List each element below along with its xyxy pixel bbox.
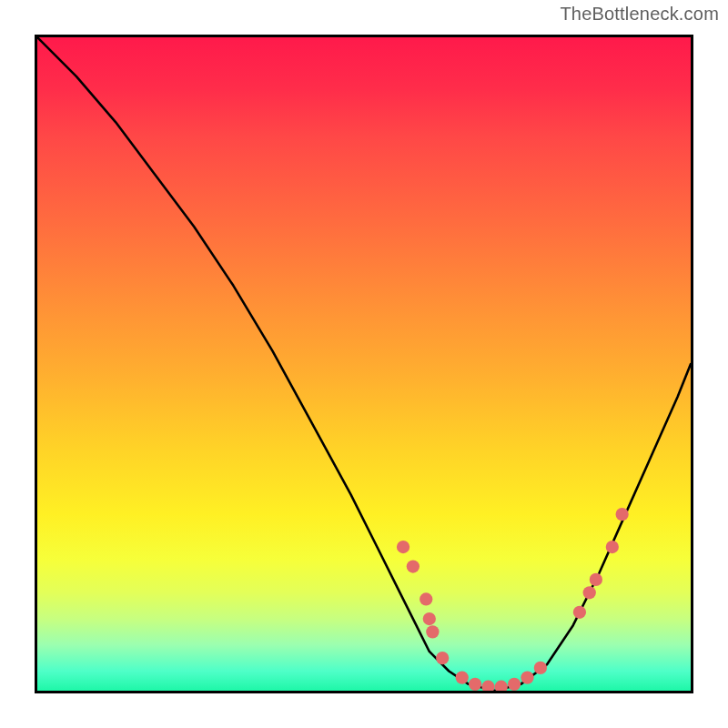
data-point (481, 681, 494, 691)
data-point (436, 652, 449, 664)
data-point (495, 681, 508, 691)
data-point (420, 592, 432, 605)
chart-svg (37, 37, 691, 691)
data-point (426, 625, 439, 638)
data-point (583, 586, 596, 599)
data-point (590, 573, 602, 586)
data-point (407, 560, 420, 572)
data-points (397, 508, 629, 691)
data-point (521, 671, 533, 683)
data-point (397, 541, 410, 553)
plot-area (35, 35, 693, 693)
chart-frame: TheBottleneck.com (0, 0, 728, 728)
data-point (606, 541, 619, 553)
data-point (469, 678, 481, 691)
data-point (456, 671, 469, 683)
data-point (534, 662, 547, 674)
watermark-text: TheBottleneck.com (560, 4, 719, 25)
data-point (508, 678, 521, 691)
data-point (573, 606, 586, 619)
data-point (423, 612, 436, 625)
data-point (615, 508, 628, 521)
